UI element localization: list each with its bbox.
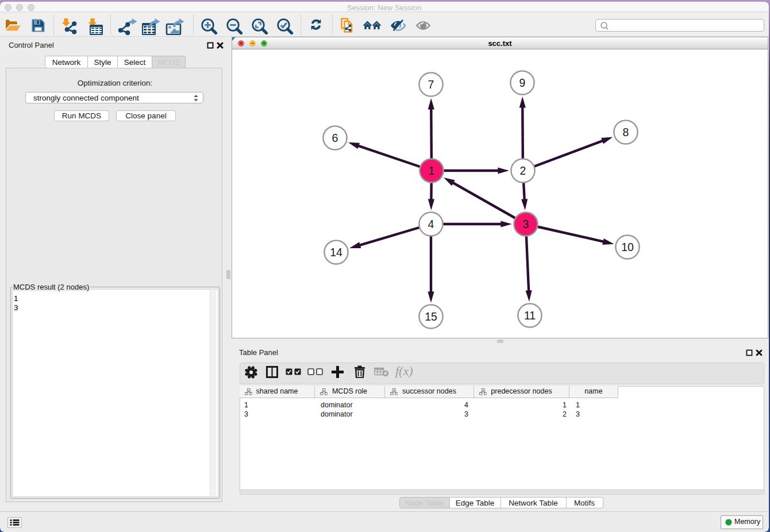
svg-text:9: 9 [519, 76, 526, 89]
svg-text:4: 4 [428, 218, 434, 230]
svg-text:11: 11 [524, 309, 536, 322]
svg-text:8: 8 [623, 126, 629, 138]
svg-text:6: 6 [332, 132, 338, 144]
svg-text:1: 1 [429, 164, 435, 177]
svg-text:15: 15 [425, 310, 437, 323]
svg-text:14: 14 [330, 246, 342, 259]
svg-text:2: 2 [520, 164, 526, 177]
svg-text:10: 10 [621, 241, 634, 253]
svg-text:7: 7 [428, 78, 434, 91]
svg-text:3: 3 [523, 218, 529, 230]
